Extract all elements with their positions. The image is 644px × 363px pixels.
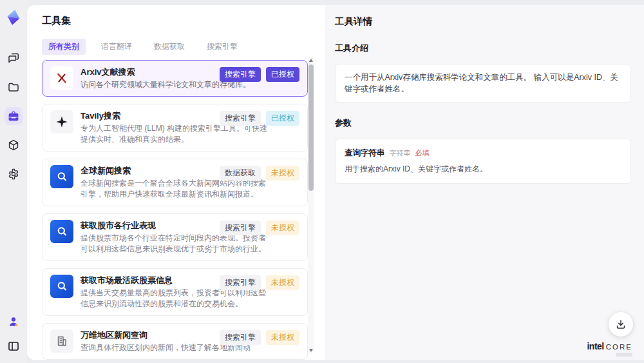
toolbox-icon[interactable]	[5, 107, 23, 125]
download-button[interactable]	[609, 312, 633, 337]
param-box: 查询字符串 字符串 必填 用于搜索的Arxiv ID、关键字或作者姓名。	[335, 139, 631, 184]
tool-badges: 搜索引擎 未授权	[220, 330, 299, 345]
main-content: 工具集 所有类别 语言翻译 数据获取 搜索引擎	[27, 5, 644, 360]
scrollbar-thumb[interactable]	[308, 64, 314, 191]
tool-badges: 搜索引擎 已授权	[220, 111, 299, 126]
tool-desc: 提供当天交易量最高的股票列表，投资者可以利用这些信息来识别流动性强的股票和潜在的…	[80, 288, 269, 309]
app-logo-icon[interactable]	[4, 8, 23, 27]
tab-label: 搜索引擎	[207, 42, 238, 51]
tool-desc: 全球新闻搜索是一个聚合全球各大新闻网站内容的搜索引擎，帮助用户快速获取全球最新资…	[80, 178, 269, 200]
param-required-badge: 必填	[415, 148, 430, 158]
sidebar-nav	[5, 49, 23, 183]
tool-list-panel: 工具集 所有类别 语言翻译 数据获取 搜索引擎	[27, 5, 325, 360]
news-search-icon	[55, 225, 68, 238]
core-wordmark: CORE	[606, 343, 632, 351]
intel-core-logo: intel CORE	[587, 341, 632, 357]
category-badge: 搜索引擎	[220, 67, 261, 82]
param-type: 字符串	[390, 148, 411, 158]
left-sidebar	[0, 0, 27, 363]
category-tab[interactable]: 语言翻译	[95, 39, 138, 55]
tool-card[interactable]: 全球新闻搜索 全球新闻搜索是一个聚合全球各大新闻网站内容的搜索引擎，帮助用户快速…	[42, 159, 308, 206]
tool-badges: 数据获取 未授权	[220, 166, 299, 181]
auth-status-badge: 未授权	[266, 221, 299, 235]
user-avatar-icon[interactable]	[5, 313, 23, 331]
category-tab[interactable]: 搜索引擎	[200, 39, 244, 55]
category-badge: 搜索引擎	[220, 275, 261, 290]
page-title: 工具集	[42, 15, 325, 26]
tool-badges: 搜索引擎 已授权	[220, 67, 299, 82]
news-search-icon	[55, 170, 68, 183]
tool-icon	[50, 110, 73, 133]
intel-wordmark: intel	[587, 341, 603, 351]
auth-status-badge: 未授权	[266, 275, 299, 290]
brand-sub-badge	[616, 353, 632, 357]
tool-card[interactable]: Arxiv文献搜索 访问各个研究领域大量科学论文和文章的存储库。 搜索引擎 已授…	[42, 60, 308, 97]
sidebar-bottom	[5, 313, 23, 355]
tab-label: 数据获取	[154, 42, 185, 51]
tool-icon	[50, 220, 73, 243]
category-tabs: 所有类别 语言翻译 数据获取 搜索引擎	[42, 39, 325, 55]
auth-status-badge: 未授权	[266, 330, 299, 345]
tool-list: Arxiv文献搜索 访问各个研究领域大量科学论文和文章的存储库。 搜索引擎 已授…	[42, 60, 308, 360]
param-desc: 用于搜索的Arxiv ID、关键字或作者姓名。	[345, 164, 621, 175]
intro-heading: 工具介绍	[335, 43, 631, 54]
tavily-star-icon	[55, 115, 68, 128]
category-badge: 搜索引擎	[220, 111, 261, 126]
tool-desc: 提供股票市场各个行业在特定时间段内的表现。投资者可以利用这些信息来识别表现优于或…	[80, 233, 269, 255]
tool-icon	[50, 66, 73, 90]
tool-card[interactable]: 获取股市各行业表现 提供股票市场各个行业在特定时间段内的表现。投资者可以利用这些…	[42, 213, 308, 261]
auth-status-badge: 未授权	[266, 166, 299, 181]
tool-icon	[50, 165, 73, 188]
auth-status-badge: 已授权	[266, 111, 299, 126]
tool-card[interactable]: Tavily搜索 专为人工智能代理 (LLM) 构建的搜索引擎工具。可快速提供实…	[42, 104, 308, 152]
panel-toggle-icon[interactable]	[5, 337, 23, 355]
tool-badges: 搜索引擎 未授权	[220, 275, 299, 290]
scrollbar[interactable]	[308, 57, 314, 353]
intro-box: 一个用于从Arxiv存储库搜索科学论文和文章的工具。 输入可以是Arxiv ID…	[335, 64, 631, 103]
chat-icon[interactable]	[5, 49, 23, 67]
category-tab[interactable]: 所有类别	[42, 39, 86, 55]
tool-detail-panel: 工具详情 工具介绍 一个用于从Arxiv存储库搜索科学论文和文章的工具。 输入可…	[325, 5, 644, 360]
category-tab[interactable]: 数据获取	[147, 39, 191, 55]
tool-desc: 专为人工智能代理 (LLM) 构建的搜索引擎工具。可快速提供实时、准确和真实的结…	[80, 123, 269, 145]
news-search-icon	[55, 280, 68, 293]
arxiv-logo-icon	[55, 72, 68, 84]
category-badge: 数据获取	[220, 166, 261, 181]
detail-title: 工具详情	[335, 15, 631, 28]
folder-icon[interactable]	[5, 78, 23, 96]
param-name: 查询字符串	[345, 148, 385, 159]
settings-icon[interactable]	[5, 165, 23, 183]
tab-label: 所有类别	[48, 42, 79, 51]
auth-status-badge: 已授权	[266, 67, 299, 82]
intro-text: 一个用于从Arxiv存储库搜索科学论文和文章的工具。 输入可以是Arxiv ID…	[345, 73, 618, 93]
category-badge: 搜索引擎	[220, 330, 261, 345]
package-icon[interactable]	[5, 136, 23, 154]
params-heading: 参数	[335, 117, 631, 129]
building-icon	[55, 335, 68, 348]
tool-card[interactable]: 获取市场最活跃股票信息 提供当天交易量最高的股票列表，投资者可以利用这些信息来识…	[42, 268, 308, 316]
tool-card[interactable]: 万维地区新闻查询 查询具体行政区划内的新闻，快速了解各地新闻动 搜索引擎 未授权	[42, 323, 308, 360]
category-badge: 搜索引擎	[220, 221, 261, 235]
tool-icon	[50, 329, 73, 353]
tool-icon	[50, 275, 73, 298]
scroll-down-arrow[interactable]	[308, 347, 314, 353]
tool-badges: 搜索引擎 未授权	[220, 221, 299, 235]
scroll-up-arrow[interactable]	[308, 57, 314, 63]
tab-label: 语言翻译	[101, 42, 132, 51]
